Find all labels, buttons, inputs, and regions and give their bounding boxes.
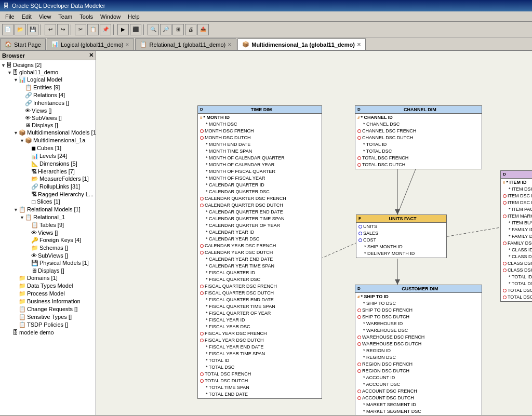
menu-view[interactable]: View bbox=[36, 12, 55, 21]
tree-item[interactable]: ◼Cubes [1] bbox=[1, 144, 95, 152]
tree-item[interactable]: 📁Schemas [] bbox=[1, 244, 95, 252]
tree-icon: 📋 bbox=[19, 206, 26, 212]
menu-edit[interactable]: Edit bbox=[19, 12, 35, 21]
tree-item[interactable]: 📐Dimensions [5] bbox=[1, 160, 95, 168]
menu-help[interactable]: Help bbox=[125, 12, 143, 21]
tree-item[interactable]: 📁Business Information bbox=[1, 298, 95, 305]
tree-item[interactable]: ▼📦Multidimensional Models [1] bbox=[1, 129, 95, 137]
tree-label: Views [] bbox=[32, 108, 51, 114]
tab-multidim-close[interactable]: ✕ bbox=[357, 42, 361, 47]
tree-label: Slices [1] bbox=[37, 198, 60, 205]
toolbar-open[interactable]: 📂 bbox=[15, 24, 26, 35]
tree-item[interactable]: 🔑Foreign Keys [4] bbox=[1, 236, 95, 244]
toolbar-fit[interactable]: ⊞ bbox=[172, 24, 184, 35]
entity-product-dim[interactable]: DPRODUCT DIM #* ITEM ID * ITEM DSC ITEM … bbox=[500, 170, 532, 302]
tree-item[interactable]: 📋Tables [9] bbox=[1, 221, 95, 229]
tree-icon: 🖥 bbox=[25, 122, 31, 128]
tree-item[interactable]: 🗄modele demo bbox=[1, 329, 95, 336]
tree-item[interactable]: 👁Views [] bbox=[1, 229, 95, 236]
svg-line-5 bbox=[439, 227, 500, 238]
toolbar-zoom-out[interactable]: 🔎 bbox=[160, 24, 171, 35]
tab-multidimensional[interactable]: 📦 Multidimensional_1a (global11_demo) ✕ bbox=[237, 38, 366, 50]
svg-marker-4 bbox=[395, 279, 400, 285]
svg-line-1 bbox=[397, 165, 417, 214]
time-dim-header: DTIME DIM bbox=[198, 106, 322, 114]
entity-channel-dim[interactable]: DCHANNEL DIM #* CHANNEL ID * CHANNEL DSC… bbox=[355, 105, 482, 169]
toolbar-run[interactable]: ▶ bbox=[117, 24, 129, 35]
menu-window[interactable]: Window bbox=[97, 12, 124, 21]
tree-icon: 📊 bbox=[19, 76, 26, 83]
tree-item[interactable]: 📁Domains [1] bbox=[1, 274, 95, 282]
tree-item[interactable]: 📋TSDP Policies [] bbox=[1, 321, 95, 329]
units-fact-header: FUNITS FACT bbox=[356, 215, 446, 223]
tree-item[interactable]: 📁Process Model bbox=[1, 290, 95, 298]
tree-item[interactable]: 👁SubViews [] bbox=[1, 114, 95, 122]
tree-icon: 📐 bbox=[31, 160, 38, 167]
tree-item[interactable]: 🔗Relations [4] bbox=[1, 91, 95, 99]
toolbar-paste[interactable]: 📌 bbox=[100, 24, 111, 35]
toolbar-print[interactable]: 🖨 bbox=[185, 24, 196, 35]
tree-item[interactable]: 👁SubViews [] bbox=[1, 252, 95, 259]
tree-item[interactable]: 📋Change Requests [] bbox=[1, 305, 95, 313]
tree-item[interactable]: ▼📋Relational Models [1] bbox=[1, 206, 95, 213]
tree-item[interactable]: 📋Entities [9] bbox=[1, 84, 95, 91]
tree-label: Business Information bbox=[27, 298, 81, 304]
tree-item[interactable]: ▼🗄global11_demo bbox=[1, 69, 95, 76]
tree-label: Displays [] bbox=[38, 267, 64, 274]
entity-time-dim[interactable]: DTIME DIM #* MONTH ID * MONTH DSC MONTH … bbox=[197, 105, 322, 399]
toolbar-redo[interactable]: ↪ bbox=[57, 24, 69, 35]
toolbar-zoom-in[interactable]: 🔍 bbox=[148, 24, 159, 35]
tree-icon: 🏗 bbox=[31, 191, 37, 197]
tree-item[interactable]: 🏗Hierarchies [7] bbox=[1, 168, 95, 175]
tree-item[interactable]: ▼📋Relational_1 bbox=[1, 213, 95, 221]
tree-icon: 📂 bbox=[31, 176, 38, 182]
tree-item[interactable]: ▼📦Multidimensional_1a bbox=[1, 137, 95, 144]
tree-item[interactable]: 📁Data Types Model bbox=[1, 282, 95, 290]
toolbar: 📄 📂 💾 ↩ ↪ ✂ 📋 📌 ▶ ⬛ 🔍 🔎 ⊞ 🖨 📤 bbox=[0, 22, 532, 37]
tree-icon: 📋 bbox=[25, 84, 32, 90]
tree-item[interactable]: 🖥Displays [] bbox=[1, 267, 95, 274]
tree-item[interactable]: 📊Levels [24] bbox=[1, 152, 95, 160]
menu-tools[interactable]: Tools bbox=[76, 12, 96, 21]
tree-item[interactable]: ▼📊Logical Model bbox=[1, 76, 95, 84]
toolbar-sep4 bbox=[143, 24, 145, 35]
toolbar-copy[interactable]: 📋 bbox=[87, 24, 99, 35]
tree-item[interactable]: 📂MeasureFolders [1] bbox=[1, 175, 95, 183]
toolbar-cut[interactable]: ✂ bbox=[75, 24, 86, 35]
menu-file[interactable]: File bbox=[2, 12, 18, 21]
browser-close[interactable]: ✕ bbox=[89, 52, 94, 59]
tree-item[interactable]: 🔗Inheritances [] bbox=[1, 99, 95, 107]
tree-item[interactable]: 🔗RollupLinks [31] bbox=[1, 183, 95, 191]
product-dim-header: DPRODUCT DIM bbox=[501, 171, 532, 179]
tree-label: Relational Models [1] bbox=[27, 206, 81, 212]
tree-item[interactable]: ◻Slices [1] bbox=[1, 198, 95, 206]
tree-item[interactable]: 👁Views [] bbox=[1, 107, 95, 114]
toolbar-new[interactable]: 📄 bbox=[2, 24, 14, 35]
tab-relational[interactable]: 📋 Relational_1 (global11_demo) ✕ bbox=[135, 38, 236, 50]
menu-team[interactable]: Team bbox=[55, 12, 75, 21]
channel-dim-body: #* CHANNEL ID * CHANNEL DSC CHANNEL DSC … bbox=[355, 114, 482, 169]
tree-item[interactable]: 💾Physical Models [1] bbox=[1, 259, 95, 267]
tree-icon: 💾 bbox=[31, 260, 38, 266]
tree-item[interactable]: 📋Sensitive Types [] bbox=[1, 313, 95, 321]
tab-start-page[interactable]: 🏠 Start Page bbox=[0, 38, 46, 50]
tab-logical[interactable]: 📊 Logical (global11_demo) ✕ bbox=[47, 38, 134, 50]
tree-icon: 📦 bbox=[25, 137, 32, 143]
toolbar-save[interactable]: 💾 bbox=[27, 24, 38, 35]
entity-units-fact[interactable]: FUNITS FACT UNITS SALES COST * SHIP MONT… bbox=[356, 214, 447, 258]
entity-customer-dim[interactable]: DCUSTOMER DIM #* SHIP TO ID * SHIP TO DS… bbox=[355, 285, 482, 415]
tab-logical-close[interactable]: ✕ bbox=[125, 42, 129, 47]
tree-label: Domains [1] bbox=[27, 275, 58, 281]
tree-icon: 📋 bbox=[19, 306, 26, 312]
tree-label: Inheritances [] bbox=[33, 100, 69, 106]
tree-item[interactable]: 🏗Ragged Hierarchy L... bbox=[1, 191, 95, 198]
tree-label: Hierarchies [7] bbox=[38, 168, 75, 175]
canvas-area[interactable]: DTIME DIM #* MONTH ID * MONTH DSC MONTH … bbox=[96, 51, 532, 415]
tree-item[interactable]: ▼🗄Designs [2] bbox=[1, 61, 95, 69]
toolbar-stop[interactable]: ⬛ bbox=[130, 24, 141, 35]
tree-item[interactable]: 🖥Displays [] bbox=[1, 122, 95, 129]
toolbar-undo[interactable]: ↩ bbox=[45, 24, 56, 35]
tree-icon: 👁 bbox=[31, 252, 37, 259]
toolbar-export[interactable]: 📤 bbox=[197, 24, 209, 35]
tab-relational-close[interactable]: ✕ bbox=[228, 42, 232, 47]
